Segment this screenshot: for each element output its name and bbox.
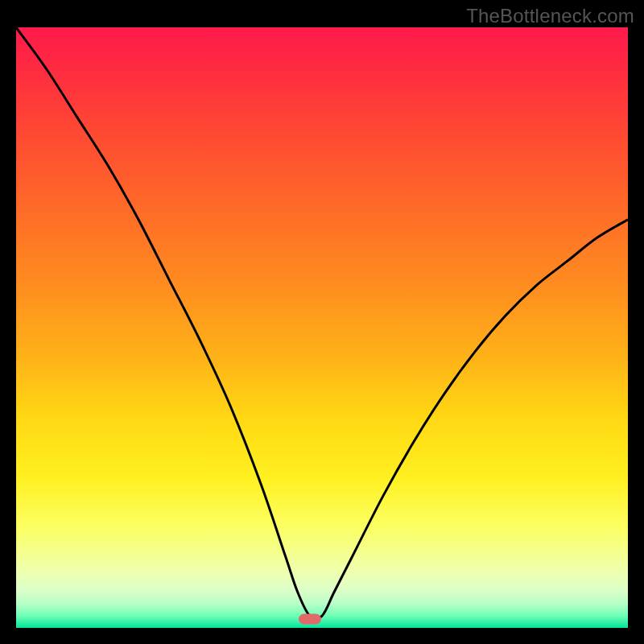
optimal-point-marker [299, 613, 321, 624]
watermark-text: TheBottleneck.com [466, 5, 634, 27]
plot-area [16, 27, 628, 628]
bottleneck-curve-path [16, 27, 628, 619]
chart-container: TheBottleneck.com [0, 0, 644, 644]
bottleneck-curve [16, 27, 628, 628]
